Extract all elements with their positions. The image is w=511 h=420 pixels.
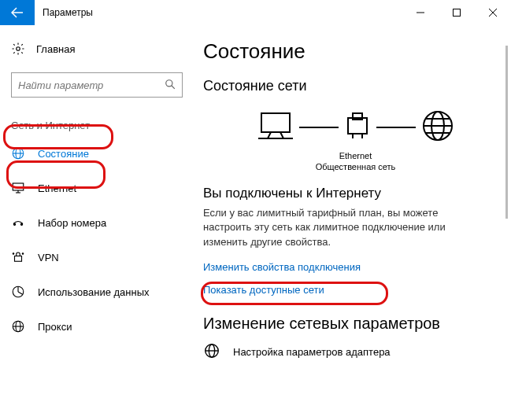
sidebar: Главная Сеть и Интернет Состояние Ethern… <box>0 25 195 420</box>
svg-point-14 <box>20 223 22 225</box>
datausage-icon <box>11 285 25 299</box>
link-show-available-networks[interactable]: Показать доступные сети <box>203 284 508 296</box>
svg-line-25 <box>280 132 283 138</box>
connection-line <box>376 127 416 128</box>
back-button[interactable] <box>0 0 35 25</box>
close-button[interactable] <box>475 0 511 25</box>
nav-item-proxy[interactable]: Прокси <box>11 309 195 344</box>
nav-label: Прокси <box>38 321 72 333</box>
net-status-heading: Состояние сети <box>203 78 508 94</box>
nav-item-datausage[interactable]: Использование данных <box>11 274 195 309</box>
link-change-connection-props[interactable]: Изменить свойства подключения <box>203 261 361 273</box>
search-input[interactable] <box>18 79 165 91</box>
nav-label: Ethernet <box>38 182 76 194</box>
diagram-label: Ethernet <box>203 150 508 161</box>
adapter-label: Настройка параметров адаптера <box>233 346 391 358</box>
svg-rect-1 <box>454 9 461 17</box>
home-nav[interactable]: Главная <box>11 33 195 64</box>
svg-line-24 <box>268 132 271 138</box>
adapter-settings-row[interactable]: Настройка параметров адаптера <box>203 342 508 362</box>
router-icon <box>343 110 372 144</box>
nav-label: Состояние <box>38 148 89 160</box>
svg-point-17 <box>22 253 24 255</box>
status-icon <box>11 146 25 160</box>
nav-label: VPN <box>38 252 59 263</box>
nav-item-vpn[interactable]: VPN <box>11 240 195 274</box>
svg-line-6 <box>172 85 175 88</box>
page-heading: Состояние <box>203 39 508 64</box>
gear-icon <box>11 42 25 56</box>
connected-body: Если у вас лимитный тарифный план, вы мо… <box>203 206 487 251</box>
connected-heading: Вы подключены к Интернету <box>203 186 508 201</box>
nav-item-dialup[interactable]: Набор номера <box>11 205 195 240</box>
search-icon <box>165 79 176 92</box>
nav-label: Набор номера <box>38 217 106 229</box>
svg-point-13 <box>13 223 15 225</box>
connection-line <box>299 127 339 128</box>
change-params-heading: Изменение сетевых параметров <box>203 315 508 333</box>
svg-point-5 <box>166 79 172 86</box>
dialup-icon <box>11 216 25 230</box>
proxy-icon <box>11 319 25 333</box>
maximize-button[interactable] <box>439 0 475 25</box>
svg-rect-10 <box>13 183 24 190</box>
section-label: Сеть и Интернет <box>11 115 90 136</box>
network-diagram <box>203 109 508 146</box>
vpn-icon <box>11 250 25 264</box>
main-content: Состояние Состояние сети Ethernet Общест… <box>195 25 511 420</box>
diagram-sublabel: Общественная сеть <box>203 161 508 172</box>
svg-rect-22 <box>261 113 290 132</box>
svg-rect-15 <box>15 256 22 262</box>
svg-point-16 <box>13 253 14 255</box>
diagram-caption: Ethernet Общественная сеть <box>203 150 508 173</box>
window-title: Параметры <box>43 7 93 18</box>
minimize-button[interactable] <box>402 0 439 25</box>
home-label: Главная <box>36 43 75 55</box>
nav-item-ethernet[interactable]: Ethernet <box>11 171 195 205</box>
svg-point-4 <box>17 47 20 51</box>
computer-icon <box>257 110 294 144</box>
adapter-icon <box>203 342 220 362</box>
globe-icon <box>420 109 455 146</box>
search-input-wrapper[interactable] <box>11 72 183 98</box>
nav-label: Использование данных <box>38 286 150 298</box>
nav-item-status[interactable]: Состояние <box>11 136 195 171</box>
ethernet-icon <box>11 181 25 195</box>
scrollbar[interactable] <box>505 46 508 219</box>
